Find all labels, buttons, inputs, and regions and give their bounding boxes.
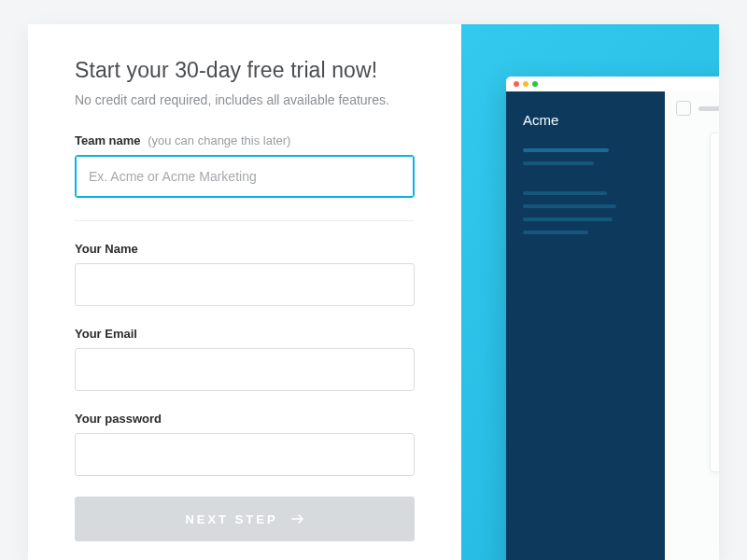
your-password-label: Your password (75, 412, 415, 426)
app-preview-body: Acme (506, 91, 719, 560)
traffic-light-zoom-icon (532, 81, 538, 87)
next-step-button[interactable]: NEXT STEP (75, 497, 415, 541)
your-email-label: Your Email (75, 327, 415, 341)
preview-pane: Acme (461, 24, 719, 560)
your-email-group: Your Email (75, 327, 415, 391)
toolbar-square-icon (676, 101, 691, 116)
your-password-group: Your password (75, 412, 415, 476)
form-divider (75, 220, 415, 221)
signup-form-pane: Start your 30-day free trial now! No cre… (28, 24, 461, 560)
preview-main (665, 91, 719, 560)
preview-toolbar (665, 101, 719, 125)
window-titlebar (506, 77, 719, 91)
team-name-input[interactable] (75, 155, 415, 198)
your-name-group: Your Name (75, 242, 415, 306)
page-subtitle: No credit card required, includes all av… (75, 92, 415, 107)
page-root: Start your 30-day free trial now! No cre… (0, 0, 747, 560)
traffic-light-minimize-icon (523, 81, 529, 87)
team-name-hint: (you can change this later) (148, 133, 290, 147)
app-preview-window: Acme (506, 77, 719, 560)
arrow-right-icon (291, 514, 304, 524)
preview-list-panel (710, 133, 719, 472)
preview-sidebar: Acme (506, 91, 665, 560)
sidebar-skeleton-line (523, 161, 594, 165)
signup-card: Start your 30-day free trial now! No cre… (28, 24, 719, 560)
page-title: Start your 30-day free trial now! (75, 58, 415, 83)
toolbar-skeleton-bar (698, 106, 719, 111)
team-name-label-text: Team name (75, 133, 141, 147)
sidebar-skeleton-line (523, 191, 607, 195)
traffic-light-close-icon (514, 81, 519, 87)
preview-team-title: Acme (523, 112, 648, 128)
next-step-label: NEXT STEP (185, 512, 277, 526)
sidebar-skeleton-line (523, 231, 588, 234)
your-email-input[interactable] (75, 348, 415, 391)
sidebar-skeleton-line (523, 148, 609, 152)
your-name-input[interactable] (75, 263, 415, 306)
sidebar-skeleton-line (523, 217, 613, 221)
your-password-input[interactable] (75, 433, 415, 476)
team-name-group: Team name (you can change this later) (75, 133, 415, 198)
your-name-label: Your Name (75, 242, 415, 256)
team-name-label: Team name (you can change this later) (75, 133, 415, 147)
sidebar-skeleton-line (523, 204, 616, 208)
